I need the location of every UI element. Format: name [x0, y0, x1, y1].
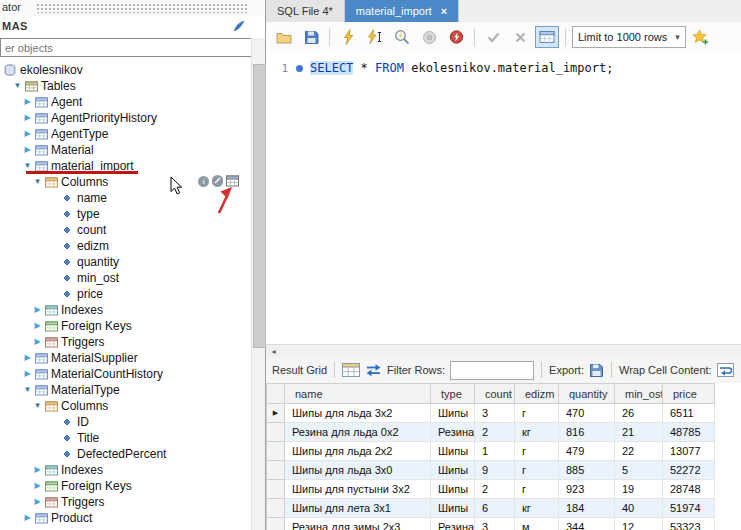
tree-item-quantity[interactable]: quantity	[0, 254, 252, 270]
tree-item-min-ost[interactable]: min_ost	[0, 270, 252, 286]
tab-close-icon[interactable]: ×	[441, 6, 447, 16]
result-row[interactable]: Резина для зимы 2x3Резина3м3441253323	[267, 518, 741, 530]
tab-material-import[interactable]: material_import ×	[345, 0, 459, 22]
result-cell[interactable]: г	[515, 404, 559, 423]
column-header-name[interactable]: name	[285, 384, 431, 404]
tree-item-edizm[interactable]: edizm	[0, 238, 252, 254]
tree-item-material[interactable]: ▶Material	[0, 142, 252, 158]
execute-button[interactable]	[336, 26, 360, 48]
result-row[interactable]: Резина для льда 0x2Резина2кг8162148785	[267, 423, 741, 442]
toggle-stop-on-error-button[interactable]	[444, 26, 468, 48]
tab-sql-file-4[interactable]: SQL File 4*	[266, 0, 345, 22]
result-cell[interactable]: 52272	[663, 461, 715, 480]
tree-item-count[interactable]: count	[0, 222, 252, 238]
result-cell[interactable]: кг	[515, 423, 559, 442]
sql-statement[interactable]: SELECT * FROM ekolesnikov.material_impor…	[310, 61, 613, 75]
collapsed-arrow-icon[interactable]: ▶	[22, 350, 33, 366]
collapsed-arrow-icon[interactable]: ▶	[22, 510, 33, 526]
editor-hscrollbar[interactable]: ◄	[266, 344, 741, 358]
column-header-type[interactable]: type	[431, 384, 475, 404]
result-cell[interactable]: г	[515, 442, 559, 461]
result-cell[interactable]: 2	[475, 423, 515, 442]
save-script-button[interactable]	[299, 26, 323, 48]
result-cell[interactable]: 5	[615, 461, 663, 480]
result-cell[interactable]: Шипы	[431, 480, 475, 499]
tree-item-materialsupplier[interactable]: ▶MaterialSupplier	[0, 350, 252, 366]
result-cell[interactable]: 479	[559, 442, 615, 461]
result-cell[interactable]: 51974	[663, 499, 715, 518]
filter-rows-input[interactable]	[450, 361, 534, 380]
result-cell[interactable]: Шипы	[431, 499, 475, 518]
result-cell[interactable]: 28748	[663, 480, 715, 499]
column-header-edizm[interactable]: edizm	[515, 384, 559, 404]
tree-item-foreign-keys[interactable]: ▶Foreign Keys	[0, 318, 252, 334]
result-cell[interactable]: 26	[615, 404, 663, 423]
open-script-button[interactable]	[272, 26, 296, 48]
sidebar-scrollbar[interactable]	[251, 38, 265, 530]
tree-item-triggers[interactable]: ▶Triggers	[0, 334, 252, 350]
result-cell[interactable]: г	[515, 461, 559, 480]
tree-item-agentpriorityhistory[interactable]: ▶AgentPriorityHistory	[0, 110, 252, 126]
tree-item-material-import[interactable]: ▼material_import	[0, 158, 252, 174]
result-cell[interactable]: Шипы для льда 3x2	[285, 404, 431, 423]
tree-item-product[interactable]: ▶Product	[0, 510, 252, 526]
row-selector[interactable]	[267, 423, 285, 442]
result-cell[interactable]: 1	[475, 442, 515, 461]
result-cell[interactable]: Резина	[431, 423, 475, 442]
expanded-arrow-icon[interactable]: ▼	[32, 398, 43, 414]
result-cell[interactable]: 3	[475, 404, 515, 423]
tree-item-materialcounthistory[interactable]: ▶MaterialCountHistory	[0, 366, 252, 382]
result-cell[interactable]: Резина для льда 0x2	[285, 423, 431, 442]
result-cell[interactable]: 184	[559, 499, 615, 518]
row-selector[interactable]	[267, 442, 285, 461]
tree-item-title[interactable]: Title	[0, 430, 252, 446]
wrap-cell-content-icon[interactable]	[717, 363, 734, 377]
tree-item-tables[interactable]: ▼Tables	[0, 78, 252, 94]
sidebar-scrollbar-thumb[interactable]	[253, 64, 266, 348]
save-snippet-button[interactable]	[689, 26, 713, 48]
execute-current-statement-button[interactable]	[363, 26, 387, 48]
collapsed-arrow-icon[interactable]: ▶	[32, 462, 43, 478]
sql-editor[interactable]: 1 SELECT * FROM ekolesnikov.material_imp…	[266, 52, 741, 344]
tree-item-ekolesnikov[interactable]: ekolesnikov	[0, 62, 252, 78]
result-cell[interactable]: Шипы для лета 3x1	[285, 499, 431, 518]
result-cell[interactable]: 22	[615, 442, 663, 461]
collapsed-arrow-icon[interactable]: ▶	[32, 302, 43, 318]
tree-item-agenttype[interactable]: ▶AgentType	[0, 126, 252, 142]
result-cell[interactable]: 6511	[663, 404, 715, 423]
scroll-left-icon[interactable]: ◄	[268, 347, 279, 357]
result-cell[interactable]: Резина для зимы 2x3	[285, 518, 431, 530]
tree-item-indexes[interactable]: ▶Indexes	[0, 302, 252, 318]
result-cell[interactable]: 6	[475, 499, 515, 518]
result-row[interactable]: Шипы для лета 3x1Шипы6кг1844051974	[267, 499, 741, 518]
result-row[interactable]: Шипы для льда 3x0Шипы9г885552272	[267, 461, 741, 480]
collapsed-arrow-icon[interactable]: ▶	[22, 142, 33, 158]
result-cell[interactable]: 3	[475, 518, 515, 530]
column-header-count[interactable]: count	[475, 384, 515, 404]
result-cell[interactable]: кг	[515, 499, 559, 518]
explain-button[interactable]	[390, 26, 414, 48]
result-row[interactable]: Шипы для пустыни 3x2Шипы2г9231928748	[267, 480, 741, 499]
schema-filter-input[interactable]	[0, 38, 255, 57]
result-cell[interactable]: 9	[475, 461, 515, 480]
row-selector[interactable]	[267, 480, 285, 499]
tree-item-triggers[interactable]: ▶Triggers	[0, 494, 252, 510]
limit-rows-dropdown[interactable]: Limit to 1000 rows ▾	[572, 26, 686, 48]
result-cell[interactable]: 816	[559, 423, 615, 442]
row-selector-header[interactable]	[267, 384, 285, 404]
row-selector[interactable]: ▶	[267, 404, 285, 423]
collapsed-arrow-icon[interactable]: ▶	[32, 334, 43, 350]
collapsed-arrow-icon[interactable]: ▶	[32, 478, 43, 494]
expanded-arrow-icon[interactable]: ▼	[22, 382, 33, 398]
collapsed-arrow-icon[interactable]: ▶	[22, 366, 33, 382]
result-cell[interactable]: 19	[615, 480, 663, 499]
expanded-arrow-icon[interactable]: ▼	[32, 174, 43, 190]
result-cell[interactable]: Шипы для пустыни 3x2	[285, 480, 431, 499]
result-cell[interactable]: 923	[559, 480, 615, 499]
result-cell[interactable]: г	[515, 480, 559, 499]
column-header-min_ost[interactable]: min_ost	[615, 384, 663, 404]
expanded-arrow-icon[interactable]: ▼	[12, 78, 23, 94]
export-icon[interactable]	[589, 363, 604, 378]
result-cell[interactable]: 344	[559, 518, 615, 530]
result-cell[interactable]: Шипы	[431, 461, 475, 480]
